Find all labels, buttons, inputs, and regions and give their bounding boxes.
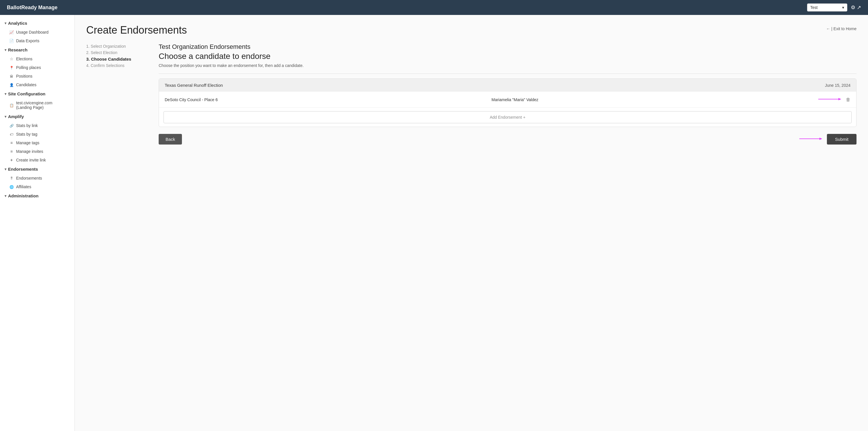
sidebar-item-label: Manage tags	[16, 141, 39, 145]
sidebar-section-research-label: Research	[8, 48, 28, 52]
org-selector[interactable]: Test ▾	[807, 3, 847, 11]
chevron-icon: ▾	[5, 115, 6, 119]
sidebar-item-affiliates[interactable]: Affiliates	[0, 182, 74, 191]
sidebar-section-research[interactable]: ▾ Research	[0, 45, 74, 55]
chart-icon	[9, 30, 14, 34]
choose-candidate-heading: Choose a candidate to endorse	[159, 52, 857, 61]
back-button[interactable]: Back	[159, 134, 182, 145]
org-selector-value: Test	[810, 5, 818, 10]
arrow-left-indicator	[818, 96, 841, 103]
sidebar-item-positions[interactable]: Positions	[0, 72, 74, 81]
sidebar-item-label: Affiliates	[16, 184, 31, 189]
sidebar-item-usage-dashboard[interactable]: Usage Dashboard	[0, 28, 74, 36]
sidebar-section-endorsements[interactable]: ▾ Endorsements	[0, 164, 74, 174]
sidebar-section-analytics-label: Analytics	[8, 21, 27, 26]
election-card-header: Texas General Runoff Election June 15, 2…	[159, 79, 856, 92]
delete-endorsement-button[interactable]: 🗑	[846, 97, 850, 102]
action-right: Submit	[799, 134, 857, 145]
org-endorsements-heading: Test Organization Endorsements	[159, 43, 857, 51]
arrow-right-submit-indicator	[799, 136, 822, 142]
link-icon	[9, 123, 14, 128]
svg-marker-1	[838, 98, 841, 100]
add-endorsement-button[interactable]: Add Endorsement +	[163, 111, 851, 123]
sidebar-section-amplify-label: Amplify	[8, 114, 24, 119]
content-area: 1. Select Organization 2. Select Electio…	[86, 43, 857, 145]
sidebar-section-administration[interactable]: ▾ Administration	[0, 191, 74, 201]
app-title: BallotReady Manage	[7, 5, 58, 11]
endorsement-candidate: Mariamelia "Maria" Valdez	[492, 97, 814, 102]
step-2: 2. Select Election	[86, 50, 150, 56]
sidebar-item-data-exports[interactable]: Data Exports	[0, 36, 74, 45]
sidebar-item-elections[interactable]: Elections	[0, 55, 74, 63]
exit-to-home-link[interactable]: ← | Exit to Home	[826, 26, 857, 31]
sidebar-item-stats-by-tag[interactable]: Stats by tag	[0, 130, 74, 138]
main-content: Create Endorsements ← | Exit to Home 1. …	[75, 15, 868, 431]
file-icon	[9, 38, 14, 43]
sidebar-item-label: test.civicengine.com(Landing Page)	[16, 100, 52, 110]
page-icon	[9, 103, 14, 107]
sidebar-item-label: Data Exports	[16, 38, 39, 43]
sidebar-section-site-config[interactable]: ▾ Site Configuration	[0, 89, 74, 98]
endorsement-position: DeSoto City Council - Place 6	[165, 97, 487, 102]
sidebar-item-label: Candidates	[16, 83, 36, 87]
tag-icon	[9, 132, 14, 136]
app-header: BallotReady Manage Test ▾ ⚙ ↗	[0, 0, 868, 15]
page-header: Create Endorsements ← | Exit to Home	[86, 24, 857, 36]
sidebar-item-manage-invites[interactable]: Manage invites	[0, 147, 74, 156]
sidebar-item-label: Usage Dashboard	[16, 30, 49, 34]
sidebar-item-label: Polling places	[16, 65, 41, 70]
header-right: Test ▾ ⚙ ↗	[807, 3, 861, 11]
chevron-icon: ▾	[5, 21, 6, 25]
person-icon	[9, 83, 14, 87]
sidebar-item-label: Stats by tag	[16, 132, 37, 136]
sidebar-item-label: Elections	[16, 57, 32, 61]
ribbon-icon	[9, 176, 14, 180]
chevron-icon: ▾	[5, 92, 6, 96]
sidebar-section-amplify[interactable]: ▾ Amplify	[0, 112, 74, 121]
list-icon	[9, 141, 14, 145]
action-row: Back Submit	[159, 134, 857, 145]
sidebar-item-landing-page[interactable]: test.civicengine.com(Landing Page)	[0, 98, 74, 112]
page-title: Create Endorsements	[86, 24, 187, 36]
sidebar: ▾ Analytics Usage Dashboard Data Exports…	[0, 15, 75, 431]
sidebar-item-manage-tags[interactable]: Manage tags	[0, 138, 74, 147]
sidebar-section-endorsements-label: Endorsements	[8, 167, 38, 172]
sidebar-section-site-config-label: Site Configuration	[8, 91, 45, 96]
sidebar-item-candidates[interactable]: Candidates	[0, 81, 74, 89]
submit-button[interactable]: Submit	[827, 134, 857, 145]
divider	[159, 73, 857, 74]
election-card: Texas General Runoff Election June 15, 2…	[159, 79, 857, 127]
plus-icon	[9, 158, 14, 162]
election-name: Texas General Runoff Election	[165, 83, 223, 88]
chevron-icon: ▾	[5, 48, 6, 52]
step-1: 1. Select Organization	[86, 43, 150, 50]
chevron-down-icon: ▾	[842, 5, 844, 10]
chevron-icon: ▾	[5, 194, 6, 198]
sidebar-item-label: Endorsements	[16, 176, 42, 180]
sidebar-section-administration-label: Administration	[8, 193, 38, 198]
panel-subtitle: Choose the position you want to make an …	[159, 63, 857, 68]
svg-marker-3	[819, 137, 822, 140]
settings-icon[interactable]: ⚙ ↗	[851, 4, 861, 11]
building-icon	[9, 74, 14, 79]
pin-icon	[9, 65, 14, 70]
endorsement-panel: Test Organization Endorsements Choose a …	[159, 43, 857, 145]
main-layout: ▾ Analytics Usage Dashboard Data Exports…	[0, 15, 868, 431]
sidebar-item-stats-by-link[interactable]: Stats by link	[0, 121, 74, 130]
sidebar-item-label: Manage invites	[16, 149, 43, 154]
star-icon	[9, 57, 14, 61]
step-4: 4. Confirm Selections	[86, 62, 150, 69]
election-date: June 15, 2024	[825, 83, 850, 88]
sidebar-item-endorsements[interactable]: Endorsements	[0, 174, 74, 182]
list-icon	[9, 149, 14, 154]
sidebar-item-label: Stats by link	[16, 123, 38, 128]
sidebar-item-create-invite-link[interactable]: Create invite link	[0, 156, 74, 164]
sidebar-item-label: Positions	[16, 74, 32, 79]
endorsement-row: DeSoto City Council - Place 6 Mariamelia…	[159, 92, 856, 108]
chevron-icon: ▾	[5, 167, 6, 171]
globe-icon	[9, 184, 14, 189]
stepper: 1. Select Organization 2. Select Electio…	[86, 43, 150, 69]
sidebar-item-label: Create invite link	[16, 158, 46, 162]
sidebar-item-polling-places[interactable]: Polling places	[0, 63, 74, 72]
sidebar-section-analytics[interactable]: ▾ Analytics	[0, 19, 74, 28]
